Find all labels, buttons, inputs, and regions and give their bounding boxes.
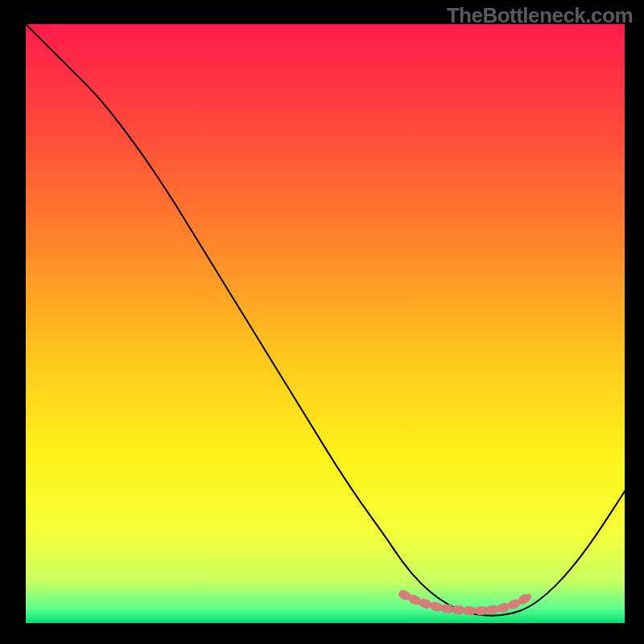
chart-frame: TheBottleneck.com (0, 0, 644, 644)
chart-plot-area (26, 24, 625, 623)
watermark-label: TheBottleneck.com (447, 3, 633, 28)
chart-background (26, 24, 625, 623)
chart-svg (26, 24, 625, 623)
